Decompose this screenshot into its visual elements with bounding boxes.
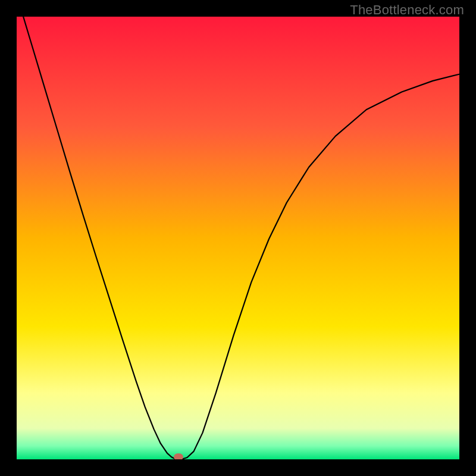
optimal-point-marker	[174, 453, 183, 459]
bottleneck-curve	[17, 17, 459, 459]
plot-area	[17, 17, 459, 459]
watermark-label: TheBottleneck.com	[350, 2, 464, 18]
chart-frame: TheBottleneck.com	[0, 0, 476, 476]
